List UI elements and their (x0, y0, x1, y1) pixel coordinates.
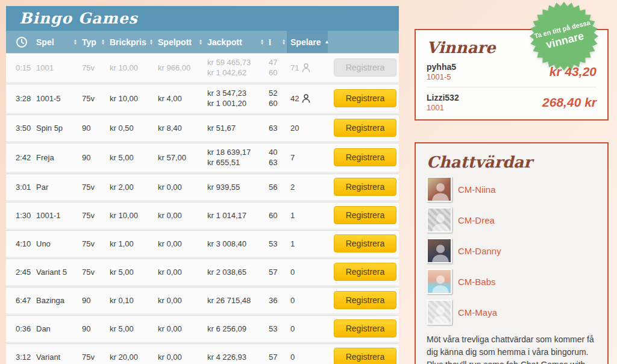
row-players: 1 (290, 239, 331, 248)
chat-host-row: CM-Danny (427, 238, 597, 263)
row-card-price: kr 10,00 (110, 211, 158, 220)
balls-line-1: 57 (269, 352, 287, 362)
jackpot-line-1: kr 2 038,65 (207, 267, 265, 277)
jackpot-line-1: kr 3 547,23 (207, 88, 265, 98)
row-action: Registrera (331, 178, 399, 196)
balls-line-1: 47 (269, 57, 287, 67)
row-countdown: 6:47 (16, 296, 36, 305)
row-countdown: 0:36 (16, 324, 36, 333)
row-countdown: 2:42 (16, 153, 36, 162)
row-game-name: 1001-5 (36, 94, 82, 103)
row-balls: 52 60 (269, 88, 290, 108)
row-action: Registrera (331, 148, 399, 166)
row-countdown: 3:12 (16, 353, 36, 362)
register-button[interactable]: Registrera (334, 58, 396, 77)
register-button[interactable]: Registrera (334, 206, 396, 224)
row-balls: 40 63 (269, 147, 290, 168)
chat-host-link[interactable]: CM-Niina (458, 184, 496, 195)
row-card-price: kr 0,50 (110, 124, 158, 133)
winners-badge[interactable]: Ta en titt på dessa vinnare (529, 1, 599, 71)
row-game-name: Par (36, 183, 82, 192)
players-count: 0 (290, 296, 295, 305)
chat-host-row: CM-Drea (427, 207, 597, 233)
column-header-action (328, 31, 399, 53)
chat-host-link[interactable]: CM-Drea (458, 215, 495, 225)
column-header-brickpris[interactable]: Brickpris ▲▼ (110, 31, 158, 53)
row-game-name: Dan (36, 324, 82, 333)
register-button[interactable]: Registrera (334, 148, 396, 166)
register-button[interactable]: Registrera (334, 291, 396, 309)
register-button[interactable]: Registrera (334, 234, 396, 253)
row-action: Registrera (331, 89, 399, 107)
row-players: 20 (290, 124, 331, 133)
row-jackpot: kr 3 008,40 (207, 239, 269, 249)
row-card-price: kr 10,00 (110, 94, 158, 103)
row-game-pot: kr 0,00 (158, 353, 207, 362)
register-button[interactable]: Registrera (334, 348, 396, 364)
chat-host-link[interactable]: CM-Babs (458, 277, 496, 287)
winner-game-link[interactable]: 1001-5 (427, 72, 456, 81)
register-button[interactable]: Registrera (334, 319, 396, 337)
row-players: 0 (290, 353, 331, 362)
row-players: 71 (290, 63, 331, 72)
chat-host-link[interactable]: CM-Maya (458, 307, 497, 318)
row-game-name: Variant 5 (36, 268, 82, 277)
jackpot-line-1: kr 59 465,73 (207, 57, 265, 67)
jackpot-line-1: kr 26 715,48 (207, 295, 265, 306)
column-header-time[interactable] (16, 31, 36, 53)
register-button[interactable]: Registrera (334, 119, 396, 137)
balls-line-1: 60 (269, 210, 287, 221)
row-jackpot: kr 6 256,09 (207, 324, 269, 334)
row-game-pot: kr 0,00 (158, 183, 207, 192)
jackpot-line-1: kr 18 639,17 (207, 147, 265, 157)
winner-game-link[interactable]: 1001 (427, 103, 459, 112)
row-jackpot: kr 939,55 (207, 182, 269, 192)
players-count: 1 (290, 211, 295, 220)
sort-icon: ▲▼ (260, 39, 264, 45)
players-count: 71 (290, 63, 299, 72)
column-header-spelare[interactable]: Spelare ▲ (287, 31, 328, 53)
players-count: 0 (290, 324, 295, 333)
row-type: 75v (82, 94, 110, 103)
clock-icon (16, 36, 28, 48)
jackpot-line-1: kr 3 008,40 (207, 239, 265, 249)
person-icon (302, 63, 310, 72)
chat-host-link[interactable]: CM-Danny (458, 246, 501, 256)
row-countdown: 2:45 (16, 268, 36, 277)
row-game-pot: kr 0,00 (158, 268, 207, 277)
column-header-spelpott[interactable]: Spelpott ▲▼ (158, 31, 207, 53)
table-row: 2:42 Freja 90 kr 5,00 kr 57,00 kr 18 639… (6, 143, 399, 174)
row-game-name: Spin 5p (36, 124, 82, 133)
sort-icon: ▲▼ (199, 39, 202, 45)
table-row: 0:36 Dan 90 kr 5,00 kr 0,00 kr 6 256,09 … (6, 315, 399, 344)
balls-line-1: 56 (269, 182, 287, 192)
jackpot-line-2: kr 1 001,20 (207, 98, 265, 108)
players-count: 0 (290, 353, 295, 362)
row-card-price: kr 5,00 (110, 153, 158, 162)
column-header-typ[interactable]: Typ ▲▼ (82, 31, 110, 53)
row-countdown: 3:28 (16, 94, 36, 103)
row-card-price: kr 5,00 (110, 268, 158, 277)
row-type: 75v (82, 211, 110, 220)
avatar-silhouette-icon (431, 304, 450, 325)
chat-hosts-description: Möt våra trevliga chattvärdar som kommer… (427, 333, 597, 364)
avatar-silhouette-icon (431, 243, 450, 263)
register-button[interactable]: Registrera (334, 89, 396, 107)
row-type: 90 (82, 153, 110, 162)
row-type: 75v (82, 183, 110, 192)
chat-host-avatar (427, 177, 452, 202)
register-button[interactable]: Registrera (334, 263, 396, 281)
row-balls: 47 60 (269, 57, 290, 78)
sort-icon: ▲▼ (282, 39, 286, 45)
row-type: 75v (82, 268, 110, 277)
column-header-spel[interactable]: Spel ▲▼ (36, 31, 82, 53)
avatar-silhouette-icon (431, 181, 450, 202)
jackpot-line-1: kr 1 014,17 (207, 210, 265, 221)
row-balls: 57 (269, 267, 290, 277)
row-game-pot: kr 57,00 (158, 153, 207, 162)
row-game-pot: kr 966,00 (158, 63, 207, 72)
register-button[interactable]: Registrera (334, 178, 396, 196)
column-header-jackpott[interactable]: Jackpott ▲▼ (207, 31, 269, 53)
row-type: 75v (82, 63, 110, 72)
row-action: Registrera (331, 206, 399, 224)
